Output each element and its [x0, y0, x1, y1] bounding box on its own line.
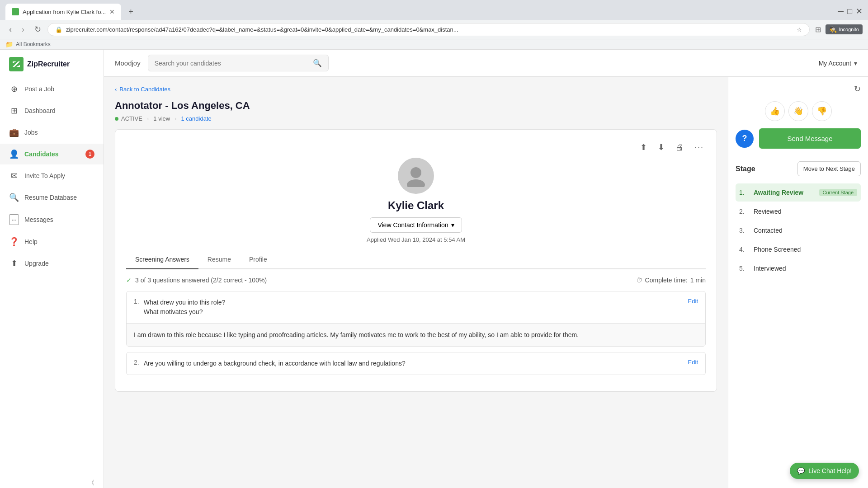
candidate-name: Kylie Clark	[388, 199, 444, 212]
send-message-button[interactable]: Send Message	[759, 128, 861, 149]
edit-button-1[interactable]: Edit	[688, 298, 698, 305]
incognito-badge: 🕵 Incognito	[826, 24, 863, 34]
breadcrumb[interactable]: ‹ Back to Candidates	[115, 86, 717, 93]
stage-name-2: Reviewed	[754, 208, 781, 215]
sidebar-item-invite[interactable]: ✉ Invite To Apply	[0, 165, 104, 186]
stage-name-4: Phone Screened	[754, 246, 801, 253]
new-tab-button[interactable]: +	[123, 4, 139, 20]
stage-item-2[interactable]: 2. Reviewed	[736, 202, 861, 221]
live-chat-button[interactable]: 💬 Live Chat Help!	[790, 463, 859, 479]
bookmarks-icon: 📁	[5, 41, 13, 48]
screening-answers-label: Screening Answers	[135, 256, 189, 263]
question-number-text-2: 2. Are you willing to undergo a backgrou…	[134, 359, 406, 368]
question-card-1: 1. What drew you into this role? What mo…	[126, 291, 706, 347]
candidate-card-actions: ⬆ ⬇ 🖨 ···	[126, 141, 706, 154]
nav-back-button[interactable]: ‹	[5, 23, 15, 36]
resume-db-icon: 🔍	[9, 192, 19, 202]
candidate-profile: Kylie Clark View Contact Information ▾ A…	[126, 158, 706, 243]
stage-item-1[interactable]: 1. Awaiting Review Current Stage	[736, 183, 861, 202]
sidebar-collapse-button[interactable]: 《	[0, 474, 104, 488]
extensions-button[interactable]: ⊞	[812, 23, 824, 36]
reaction-buttons-row: 👍 👋 👎	[736, 101, 861, 121]
nav-refresh-button[interactable]: ↻	[31, 23, 45, 36]
sidebar-item-upgrade[interactable]: ⬆ Upgrade	[0, 253, 104, 274]
stage-item-4[interactable]: 4. Phone Screened	[736, 240, 861, 258]
sidebar-item-help[interactable]: ❓ Help	[0, 231, 104, 252]
tab-resume[interactable]: Resume	[198, 250, 240, 269]
complete-time: ⏱ Complete time: 1 min	[636, 277, 706, 284]
candidate-panel: ‹ Back to Candidates Annotator - Los Ang…	[104, 77, 728, 488]
sidebar-item-messages[interactable]: ··· Messages	[0, 209, 104, 230]
browser-nav-bar: ‹ › ↻ 🔒 ziprecruiter.com/contact/respons…	[0, 20, 868, 39]
stage-section-label: Stage	[736, 165, 755, 173]
tab-profile[interactable]: Profile	[240, 250, 276, 269]
incognito-icon: 🕵	[829, 26, 837, 33]
check-icon: ✓	[126, 277, 132, 284]
browser-tab-active[interactable]: Application from Kylie Clark fo... ✕	[5, 4, 121, 20]
search-input[interactable]	[155, 60, 309, 67]
minimize-icon[interactable]: ─	[838, 7, 844, 16]
stage-item-5[interactable]: 5. Interviewed	[736, 259, 861, 277]
sidebar-item-dashboard[interactable]: ⊞ Dashboard	[0, 100, 104, 121]
incognito-label: Incognito	[839, 27, 859, 32]
thumbs-side-button[interactable]: 👋	[788, 101, 808, 121]
search-icon: 🔍	[313, 59, 322, 67]
stage-num-4: 4.	[739, 246, 748, 253]
help-circle: ?	[736, 130, 754, 148]
tab-title: Application from Kylie Clark fo...	[23, 9, 106, 15]
question-number-text-1: 1. What drew you into this role? What mo…	[134, 298, 225, 317]
share-button[interactable]: ⬆	[638, 141, 649, 154]
answer-content-1: I am drawn to this role because I like t…	[134, 331, 579, 338]
svg-point-1	[410, 167, 421, 178]
my-account-menu[interactable]: My Account ▾	[819, 60, 857, 67]
svg-point-2	[407, 179, 425, 187]
star-icon[interactable]: ☆	[797, 26, 802, 33]
tab-close-icon[interactable]: ✕	[109, 8, 115, 15]
nav-forward-button[interactable]: ›	[18, 23, 28, 36]
print-button[interactable]: 🖨	[674, 141, 685, 154]
resume-label: Resume	[208, 256, 231, 263]
refresh-button[interactable]: ↻	[854, 84, 861, 94]
thumbs-up-button[interactable]: 👍	[765, 101, 785, 121]
profile-label: Profile	[249, 256, 267, 263]
thumbs-down-button[interactable]: 👎	[812, 101, 832, 121]
restore-icon[interactable]: □	[847, 7, 852, 16]
download-button[interactable]: ⬇	[656, 141, 666, 154]
status-indicator: ACTIVE	[115, 115, 142, 122]
sidebar-item-resume-db[interactable]: 🔍 Resume Database	[0, 187, 104, 208]
search-box[interactable]: 🔍	[148, 55, 329, 71]
status-label: ACTIVE	[121, 115, 142, 122]
sidebar-item-candidates[interactable]: 👤 Candidates 1	[0, 144, 104, 164]
close-icon[interactable]: ✕	[856, 6, 863, 16]
bookmarks-bar: 📁 All Bookmarks	[0, 39, 868, 50]
q-text-2: Are you willing to undergo a background …	[144, 359, 406, 368]
more-options-button[interactable]: ···	[693, 141, 706, 154]
sidebar-item-post-job[interactable]: ⊕ Post a Job	[0, 79, 104, 99]
stage-num-2: 2.	[739, 208, 748, 215]
dashboard-label: Dashboard	[24, 107, 56, 114]
question-header-1: 1. What drew you into this role? What mo…	[127, 291, 705, 323]
view-contact-info-button[interactable]: View Contact Information ▾	[370, 217, 462, 233]
logo: ZipRecruiter	[0, 50, 104, 79]
stage-name-5: Interviewed	[754, 265, 786, 272]
candidates-icon: 👤	[9, 149, 19, 159]
avatar	[398, 158, 434, 194]
tab-screening-answers[interactable]: Screening Answers	[126, 250, 198, 269]
q-num-2: 2.	[134, 359, 139, 368]
sidebar-item-jobs[interactable]: 💼 Jobs	[0, 122, 104, 143]
main-area: Moodjoy 🔍 My Account ▾ ‹ Back to Candida…	[104, 50, 868, 488]
collapse-icon: 《	[88, 479, 94, 487]
job-candidates-link[interactable]: 1 candidate	[181, 115, 212, 122]
complete-time-value: 1 min	[690, 277, 706, 284]
edit-button-2[interactable]: Edit	[688, 359, 698, 366]
help-icon: ❓	[9, 237, 19, 247]
move-next-stage-button[interactable]: Move to Next Stage	[797, 161, 861, 176]
stage-item-3[interactable]: 3. Contacted	[736, 221, 861, 239]
candidate-tabs: Screening Answers Resume Profile	[126, 250, 706, 269]
topbar: Moodjoy 🔍 My Account ▾	[104, 50, 868, 77]
jobs-label: Jobs	[24, 129, 38, 136]
answers-header: ✓ 3 of 3 questions answered (2/2 correct…	[126, 277, 706, 284]
answers-count: ✓ 3 of 3 questions answered (2/2 correct…	[126, 277, 267, 284]
q-num-1: 1.	[134, 298, 139, 317]
address-bar[interactable]: 🔒 ziprecruiter.com/contact/response/ad47…	[47, 23, 810, 36]
